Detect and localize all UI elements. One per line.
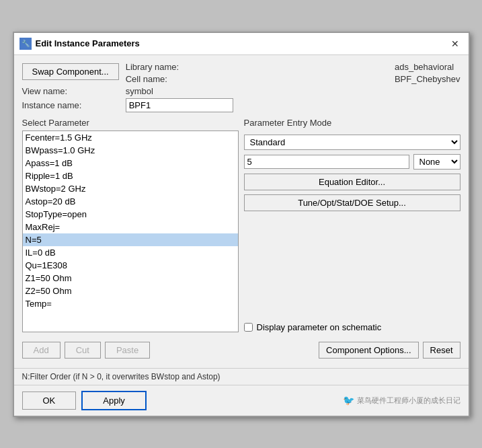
unit-select[interactable]: NoneGHzMHzkHzHzdBOhm xyxy=(413,154,460,170)
library-value: ads_behavioral xyxy=(395,62,460,72)
bottom-buttons-right: Component Options... Reset xyxy=(319,342,460,359)
status-text: N:Filter Order (if N > 0, it overwrites … xyxy=(22,372,220,381)
display-checkbox-label: Display parameter on schematic xyxy=(257,322,382,332)
entry-mode-row: StandardAdvancedEquation xyxy=(244,135,460,150)
entry-mode-select[interactable]: StandardAdvancedEquation xyxy=(244,135,460,150)
watermark-text: 菜鸟硬件工程师小厦的成长日记 xyxy=(357,396,460,406)
add-button[interactable]: Add xyxy=(22,342,61,359)
dialog-title: Edit Instance Parameters xyxy=(36,38,140,48)
ok-button[interactable]: OK xyxy=(22,391,77,410)
title-bar-left: 🔧 Edit Instance Parameters xyxy=(19,38,140,50)
main-content: Library name: ads_behavioral Swap Compon… xyxy=(14,55,469,368)
list-item[interactable]: BWpass=1.0 GHz xyxy=(23,144,238,157)
watermark: 🐦 菜鸟硬件工程师小厦的成长日记 xyxy=(343,395,460,406)
apply-button[interactable]: Apply xyxy=(81,391,147,410)
list-item[interactable]: Temp= xyxy=(23,297,238,310)
cut-button[interactable]: Cut xyxy=(65,342,101,359)
display-checkbox-row: Display parameter on schematic xyxy=(244,322,460,332)
reset-button[interactable]: Reset xyxy=(423,342,460,359)
entry-mode-title: Parameter Entry Mode xyxy=(244,118,460,128)
list-item[interactable]: StopType=open xyxy=(23,208,238,221)
two-col-section: Select Parameter Fcenter=1.5 GHzBWpass=1… xyxy=(22,118,460,332)
cell-value: BPF_Chebyshev xyxy=(395,74,460,84)
parameter-list[interactable]: Fcenter=1.5 GHzBWpass=1.0 GHzApass=1 dBR… xyxy=(22,130,239,332)
list-item[interactable]: Apass=1 dB xyxy=(23,157,238,170)
cell-label: Cell name: xyxy=(126,74,388,84)
right-panel: Parameter Entry Mode StandardAdvancedEqu… xyxy=(244,118,460,332)
footer-buttons: OK Apply 🐦 菜鸟硬件工程师小厦的成长日记 xyxy=(14,385,469,416)
select-param-title: Select Parameter xyxy=(22,118,239,128)
paste-button[interactable]: Paste xyxy=(105,342,150,359)
app-icon: 🔧 xyxy=(19,38,32,50)
view-label: View name: xyxy=(22,86,119,96)
bottom-buttons-left: Add Cut Paste xyxy=(22,342,151,359)
select-parameter-panel: Select Parameter Fcenter=1.5 GHzBWpass=1… xyxy=(22,118,239,332)
list-item[interactable]: IL=0 dB xyxy=(23,246,238,259)
title-bar: 🔧 Edit Instance Parameters ✕ xyxy=(14,33,469,55)
swap-component-button[interactable]: Swap Component... xyxy=(22,63,119,80)
view-value: symbol xyxy=(126,86,388,96)
dialog: 🔧 Edit Instance Parameters ✕ Library nam… xyxy=(13,32,470,417)
list-item[interactable]: Fcenter=1.5 GHz xyxy=(23,131,238,144)
close-button[interactable]: ✕ xyxy=(447,37,463,50)
tune-opt-button[interactable]: Tune/Opt/Stat/DOE Setup... xyxy=(244,194,460,211)
instance-name-input[interactable] xyxy=(126,98,233,112)
status-bar: N:Filter Order (if N > 0, it overwrites … xyxy=(14,368,469,385)
list-item[interactable]: BWstop=2 GHz xyxy=(23,182,238,195)
list-item[interactable]: Ripple=1 dB xyxy=(23,170,238,182)
equation-editor-button[interactable]: Equation Editor... xyxy=(244,174,460,190)
list-item[interactable]: N=5 xyxy=(23,233,238,246)
instance-label: Instance name: xyxy=(22,100,119,110)
display-checkbox[interactable] xyxy=(244,323,253,332)
list-item[interactable]: Z1=50 Ohm xyxy=(23,272,238,285)
value-input[interactable] xyxy=(244,155,409,169)
list-item[interactable]: Astop=20 dB xyxy=(23,195,238,208)
list-item[interactable]: Z2=50 Ohm xyxy=(23,285,238,297)
component-options-button[interactable]: Component Options... xyxy=(319,342,418,359)
library-label: Library name: xyxy=(126,62,388,72)
list-item[interactable]: MaxRej= xyxy=(23,221,238,233)
list-item[interactable]: Qu=1E308 xyxy=(23,259,238,272)
value-row: NoneGHzMHzkHzHzdBOhm xyxy=(244,154,460,170)
